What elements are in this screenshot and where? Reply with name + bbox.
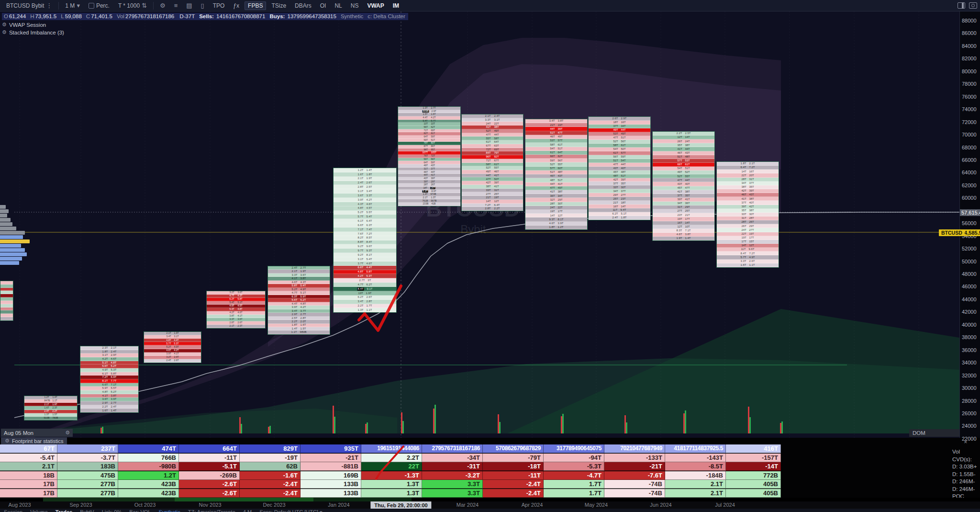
table-cell[interactable]: -34T <box>422 454 483 462</box>
table-cell[interactable]: -11T <box>179 454 240 462</box>
status-item[interactable]: Trades <box>56 509 72 512</box>
footprint-bar[interactable]: 1.3T2.7T899B2.9T1.5T1.6T4.4T4.2T5.4T5.7T… <box>398 106 461 206</box>
table-cell[interactable]: -5.3T <box>544 462 604 471</box>
table-cell[interactable]: -14T <box>726 462 781 471</box>
panel-title-pill[interactable]: ⚙ Footprint bar statistics <box>1 437 67 444</box>
gear-icon[interactable]: ⚙ <box>156 1 169 10</box>
table-cell[interactable]: 405B <box>726 489 781 498</box>
table-cell[interactable]: -2.4T <box>483 489 544 498</box>
panel-collapse-icon[interactable] <box>958 2 965 9</box>
footprint-bar[interactable]: 2.6T2.9T18T16T37T34T49T44T53T49T47T51T52… <box>588 116 651 220</box>
footprint-bar[interactable] <box>0 281 13 321</box>
table-cell[interactable]: 2.2T <box>361 454 422 462</box>
status-item[interactable]: Session <box>4 509 22 512</box>
table-cell[interactable]: 2.1T <box>665 489 726 498</box>
table-cell[interactable]: -269B <box>179 471 240 480</box>
table-cell[interactable]: -7.6T <box>604 471 665 480</box>
table-cell[interactable]: -4.7T <box>544 471 604 480</box>
phone-icon[interactable]: ▯ <box>198 1 208 10</box>
time-axis-label[interactable]: Dec 2023 <box>263 502 285 508</box>
table-cell[interactable]: 664T <box>179 444 240 453</box>
table-cell[interactable]: 22T <box>361 462 422 471</box>
toolbar-item-perc-[interactable]: Perc. <box>85 1 113 10</box>
status-item[interactable]: BybtV <box>80 509 94 512</box>
table-cell[interactable]: 935T <box>301 444 361 453</box>
table-cell[interactable]: -74B <box>604 489 665 498</box>
table-cell[interactable]: 829T <box>240 444 301 453</box>
gear-icon[interactable]: ⚙ <box>5 438 10 444</box>
table-cell[interactable]: 70210477687949 <box>604 444 665 453</box>
time-axis[interactable]: Thu, Feb 29, 20:00:00 Aug 2023Sep 2023Oc… <box>0 501 980 509</box>
toolbar-item-nl[interactable]: NL <box>331 1 345 10</box>
indicator-stacked-imbalance[interactable]: ⚙ Stacked Imbalance (3) <box>2 29 408 35</box>
table-cell[interactable]: 183B <box>57 462 118 471</box>
table-cell[interactable]: 169B <box>301 471 361 480</box>
table-cell[interactable]: 62B <box>240 462 301 471</box>
table-cell[interactable]: -94T <box>544 454 604 462</box>
footprint-bar[interactable]: 3.4T3.8T21T19T44T39T51T47T46T49T53T57T58… <box>525 119 588 230</box>
toolbar-item-dbars[interactable]: DBArs <box>291 1 315 10</box>
status-item[interactable]: Sess: Default UTC [UTC] ▾ <box>259 509 322 512</box>
table-cell[interactable]: -1.3T <box>361 471 422 480</box>
gear-icon[interactable]: ⚙ <box>65 430 70 436</box>
table-cell[interactable]: -133T <box>604 454 665 462</box>
table-cell[interactable]: -5.4T <box>0 454 57 462</box>
indicator-vwap-session[interactable]: ⚙ VWAP Session <box>2 22 408 28</box>
table-cell[interactable]: -11T <box>483 471 544 480</box>
status-item[interactable]: Lick: 0% <box>102 509 122 512</box>
table-cell[interactable]: 1.2T <box>118 471 179 480</box>
table-cell[interactable]: -2.6T <box>179 480 240 489</box>
table-cell[interactable]: 237T <box>57 444 118 453</box>
table-cell[interactable]: 18B <box>0 471 57 480</box>
toolbar-item--x[interactable]: ƒx <box>230 1 243 10</box>
table-cell[interactable]: 1.7T <box>544 480 604 489</box>
table-cell[interactable]: 133B <box>301 489 361 498</box>
table-cell[interactable]: -5.1T <box>179 462 240 471</box>
table-cell[interactable]: 3.3T <box>422 489 483 498</box>
price-axis[interactable]: 57,615.4 54,585.5 8800086000840008200080… <box>959 11 980 438</box>
table-cell[interactable]: 133B <box>301 480 361 489</box>
time-axis-label[interactable]: Aug 2023 <box>8 502 31 508</box>
table-cell[interactable]: 423B <box>118 480 179 489</box>
table-cell[interactable]: 772B <box>726 471 781 480</box>
table-cell[interactable]: 2795767318167186 <box>422 444 483 453</box>
time-axis-label[interactable]: May 2024 <box>585 502 608 508</box>
footprint-bar[interactable]: 1.2T1.4T847B1.1T2.1T1.9T1.6T2.3T2.4T2.2T… <box>24 396 78 421</box>
statistics-table[interactable]: 67T237T474T664T829T935T19615191444086279… <box>0 444 781 498</box>
table-cell[interactable]: 17B <box>0 489 57 498</box>
time-axis-label[interactable]: Jun 2024 <box>650 502 671 508</box>
status-item[interactable]: 4 M <box>243 509 252 512</box>
table-cell[interactable]: 474T <box>118 444 179 453</box>
table-cell[interactable]: -3.2T <box>422 471 483 480</box>
footprint-bar[interactable]: 2.2T2.5T12T14T26T24T35T38T41T44T46T43T51… <box>652 131 715 241</box>
footprint-bar[interactable]: 1.2T1.4T1.6T1.8T2.1T1.9T2.4T2.6T2.8T2.5T… <box>333 168 397 313</box>
table-cell[interactable]: 1.3T <box>361 489 422 498</box>
table-cell[interactable]: -8.5T <box>665 462 726 471</box>
table-cell[interactable]: -2.4T <box>483 480 544 489</box>
table-cell[interactable]: 3.3T <box>422 480 483 489</box>
table-cell[interactable]: 2.1T <box>665 480 726 489</box>
toolbar-item-ns[interactable]: NS <box>347 1 362 10</box>
table-cell[interactable]: -19T <box>240 454 301 462</box>
table-cell[interactable]: 17B <box>0 480 57 489</box>
toolbar-item-oi[interactable]: OI <box>317 1 330 10</box>
table-cell[interactable]: -3.7T <box>57 454 118 462</box>
table-cell[interactable]: -79T <box>483 454 544 462</box>
footprint-bar[interactable]: 2.3T2.1T1.8T2.4T3.1T2.9T4.2T4.6T5.1T4.8T… <box>80 346 139 413</box>
chart-area[interactable]: BTCUSD Bybit 1.2T1.4T847B1.1T2.1T1.9T1.6… <box>0 11 959 438</box>
footprint-bar[interactable]: 2.1T1.9T3.4T3.1T4.8T4.4T5.7T5.3T5.2T4.9T… <box>144 331 201 363</box>
table-cell[interactable]: 405B <box>726 480 781 489</box>
table-cell[interactable]: 19615191444086 <box>361 444 422 453</box>
table-cell[interactable]: -21T <box>604 462 665 471</box>
table-cell[interactable]: -2.4T <box>240 480 301 489</box>
time-axis-label[interactable]: Oct 2023 <box>134 502 156 508</box>
gear-icon[interactable]: ⚙ <box>2 22 7 28</box>
toolbar-item-t-1000[interactable]: T * 1000⇅ <box>115 1 150 10</box>
time-axis-label[interactable]: Mar 2024 <box>457 502 479 508</box>
time-axis-label[interactable]: Jul 2024 <box>715 502 735 508</box>
table-cell[interactable]: -74B <box>604 480 665 489</box>
table-cell[interactable]: -157T <box>726 454 781 462</box>
status-item[interactable]: Bar: VOL <box>129 509 151 512</box>
toolbar-item-tpo[interactable]: TPO <box>210 1 228 10</box>
table-cell[interactable]: 570862679687829 <box>483 444 544 453</box>
